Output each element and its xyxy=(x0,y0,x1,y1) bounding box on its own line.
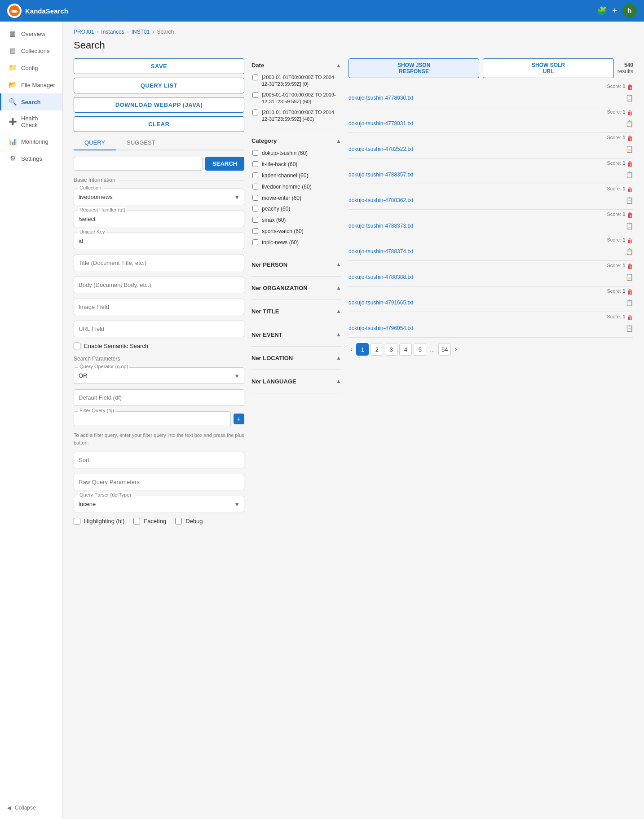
result-name-2[interactable]: dokujo-tsushin-4782522.txt xyxy=(348,146,623,152)
facet-date-check-1[interactable] xyxy=(252,92,258,98)
facet-cat-label-4[interactable]: movie-enter (60) xyxy=(262,194,301,202)
title-field-input[interactable] xyxy=(74,255,244,271)
facet-date-header[interactable]: Date ▲ xyxy=(251,58,341,72)
sidebar-item-monitoring[interactable]: 📊 Monitoring xyxy=(0,133,62,150)
facet-cat-label-1[interactable]: it-life-hack (60) xyxy=(262,161,297,168)
facet-cat-label-5[interactable]: peachy (60) xyxy=(262,205,290,213)
collection-select[interactable]: livedoornews xyxy=(74,189,244,205)
sidebar-item-search[interactable]: 🔍 Search xyxy=(0,93,62,110)
result-copy-0[interactable]: 📋 xyxy=(626,94,633,101)
tab-suggest[interactable]: SUGGEST xyxy=(116,136,166,150)
facet-cat-check-0[interactable] xyxy=(252,150,258,156)
facet-cat-label-3[interactable]: livedoor-homme (60) xyxy=(262,183,312,191)
facet-cat-check-1[interactable] xyxy=(252,161,258,167)
facet-date-value-0[interactable]: [2000-01-01T00:00:00Z TO 2004-12-31T23:5… xyxy=(262,74,340,88)
result-copy-9[interactable]: 📋 xyxy=(626,325,633,332)
result-copy-1[interactable]: 📋 xyxy=(626,120,633,127)
page-btn-54[interactable]: 54 xyxy=(438,343,451,356)
semantic-search-checkbox[interactable] xyxy=(74,343,80,349)
result-name-8[interactable]: dokujo-tsushin-4791665.txt xyxy=(348,299,623,306)
facet-ner-event-header[interactable]: Ner EVENT ▲ xyxy=(251,328,341,342)
sidebar-item-config[interactable]: 📁 Config xyxy=(0,59,62,76)
result-copy-5[interactable]: 📋 xyxy=(626,222,633,229)
facet-cat-label-6[interactable]: smax (60) xyxy=(262,216,286,224)
highlighting-checkbox[interactable] xyxy=(74,518,80,524)
query-parser-select[interactable]: lucene edismax dismax xyxy=(74,496,244,512)
result-copy-8[interactable]: 📋 xyxy=(626,299,633,306)
facet-cat-label-8[interactable]: topic-news (60) xyxy=(262,239,299,247)
raw-query-input[interactable] xyxy=(74,474,244,490)
sidebar-item-overview[interactable]: ▦ Overview xyxy=(0,25,62,42)
facet-cat-check-8[interactable] xyxy=(252,239,258,245)
page-btn-3[interactable]: 3 xyxy=(385,343,397,356)
sidebar-item-collections[interactable]: ▤ Collections xyxy=(0,42,62,59)
breadcrumb-inst01[interactable]: INST01 xyxy=(132,29,150,35)
faceting-checkbox[interactable] xyxy=(133,518,140,524)
facet-ner-title-header[interactable]: Ner TITLE ▲ xyxy=(251,304,341,318)
result-name-4[interactable]: dokujo-tsushin-4788362.txt xyxy=(348,197,623,203)
sidebar-item-settings[interactable]: ⚙ Settings xyxy=(0,150,62,167)
sidebar-item-file-manager[interactable]: 📂 File Manager xyxy=(0,76,62,93)
result-name-6[interactable]: dokujo-tsushin-4788374.txt xyxy=(348,248,623,255)
facet-cat-check-6[interactable] xyxy=(252,217,258,223)
tab-query[interactable]: QUERY xyxy=(74,136,116,150)
facet-ner-person-header[interactable]: Ner PERSON ▲ xyxy=(251,258,341,272)
facet-date-check-0[interactable] xyxy=(252,75,258,80)
faceting-label[interactable]: Faceting xyxy=(144,518,166,524)
semantic-search-label[interactable]: Enable Semantic Search xyxy=(84,343,148,349)
facet-ner-location-header[interactable]: Ner LOCATION ▲ xyxy=(251,351,341,365)
result-copy-4[interactable]: 📋 xyxy=(626,197,633,204)
user-avatar[interactable]: h xyxy=(622,4,637,18)
puzzle-icon[interactable]: 🧩 xyxy=(597,6,607,16)
result-name-0[interactable]: dokujo-tsushin-4778030.txt xyxy=(348,95,623,101)
result-delete-1[interactable]: 🗑 xyxy=(627,109,633,116)
debug-checkbox[interactable] xyxy=(175,518,182,524)
breadcrumb-instances[interactable]: Instances xyxy=(101,29,124,35)
result-delete-5[interactable]: 🗑 xyxy=(627,211,633,219)
result-name-1[interactable]: dokujo-tsushin-4778031.txt xyxy=(348,120,623,127)
query-operator-select[interactable]: OR AND xyxy=(74,367,244,384)
facet-date-value-1[interactable]: [2005-01-01T00:00:00Z TO 2009-12-31T23:5… xyxy=(262,92,340,106)
result-name-5[interactable]: dokujo-tsushin-4788373.txt xyxy=(348,223,623,229)
download-button[interactable]: DOWNLOAD WEBAPP (JAVA) xyxy=(74,97,244,113)
save-button[interactable]: SAVE xyxy=(74,58,244,74)
debug-label[interactable]: Debug xyxy=(185,518,203,524)
request-handler-input[interactable] xyxy=(74,211,244,227)
page-prev[interactable]: ‹ xyxy=(348,345,354,353)
result-delete-6[interactable]: 🗑 xyxy=(627,237,633,244)
result-delete-4[interactable]: 🗑 xyxy=(627,186,633,193)
body-field-input[interactable] xyxy=(74,277,244,293)
facet-cat-check-2[interactable] xyxy=(252,172,258,178)
result-delete-8[interactable]: 🗑 xyxy=(627,288,633,295)
facet-cat-check-5[interactable] xyxy=(252,206,258,211)
result-name-3[interactable]: dokujo-tsushin-4788357.txt xyxy=(348,172,623,178)
result-copy-6[interactable]: 📋 xyxy=(626,248,633,255)
page-btn-5[interactable]: 5 xyxy=(414,343,426,356)
result-delete-2[interactable]: 🗑 xyxy=(627,135,633,142)
result-copy-7[interactable]: 📋 xyxy=(626,273,633,281)
collapse-button[interactable]: ◀ Collapse xyxy=(0,800,62,815)
result-name-7[interactable]: dokujo-tsushin-4788388.txt xyxy=(348,274,623,280)
search-button[interactable]: SEARCH xyxy=(205,157,244,171)
breadcrumb-proj01[interactable]: PROJ01 xyxy=(74,29,94,35)
page-btn-4[interactable]: 4 xyxy=(399,343,412,356)
result-copy-3[interactable]: 📋 xyxy=(626,171,633,178)
result-delete-7[interactable]: 🗑 xyxy=(627,263,633,270)
default-field-input[interactable] xyxy=(74,389,244,406)
facet-ner-org-header[interactable]: Ner ORGANIZATION ▲ xyxy=(251,281,341,295)
result-name-9[interactable]: dokujo-tsushin-4796054.txt xyxy=(348,325,623,331)
result-delete-0[interactable]: 🗑 xyxy=(627,84,633,91)
url-field-input[interactable] xyxy=(74,321,244,337)
result-delete-3[interactable]: 🗑 xyxy=(627,160,633,167)
result-delete-9[interactable]: 🗑 xyxy=(627,314,633,321)
page-btn-2[interactable]: 2 xyxy=(371,343,383,356)
result-copy-2[interactable]: 📋 xyxy=(626,145,633,153)
facet-category-header[interactable]: Category ▲ xyxy=(251,134,341,148)
search-input[interactable] xyxy=(74,157,203,171)
facet-date-check-2[interactable] xyxy=(252,110,258,115)
query-list-button[interactable]: QUERY LIST xyxy=(74,78,244,93)
show-json-button[interactable]: SHOW JSONRESPONSE xyxy=(348,58,479,78)
page-btn-1[interactable]: 1 xyxy=(356,343,369,356)
page-next[interactable]: › xyxy=(453,345,459,353)
filter-query-input[interactable] xyxy=(74,411,231,426)
